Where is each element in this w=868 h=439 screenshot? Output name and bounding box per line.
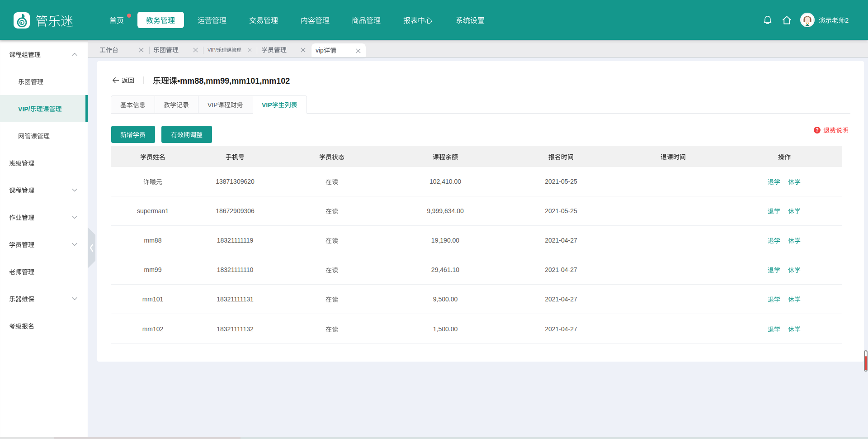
svg-text:•mm88,mm99,mm101,mm102: •mm88,mm99,mm101,mm102: [177, 76, 290, 85]
svg-text:2: 2: [845, 17, 849, 24]
svg-text:?: ?: [816, 127, 819, 133]
svg-text:vip: vip: [316, 47, 324, 54]
svg-text:VIP: VIP: [208, 101, 218, 108]
svg-text:VIP/: VIP/: [18, 105, 30, 112]
svg-text:VIP: VIP: [262, 101, 272, 108]
svg-text:VIP/: VIP/: [208, 47, 217, 52]
